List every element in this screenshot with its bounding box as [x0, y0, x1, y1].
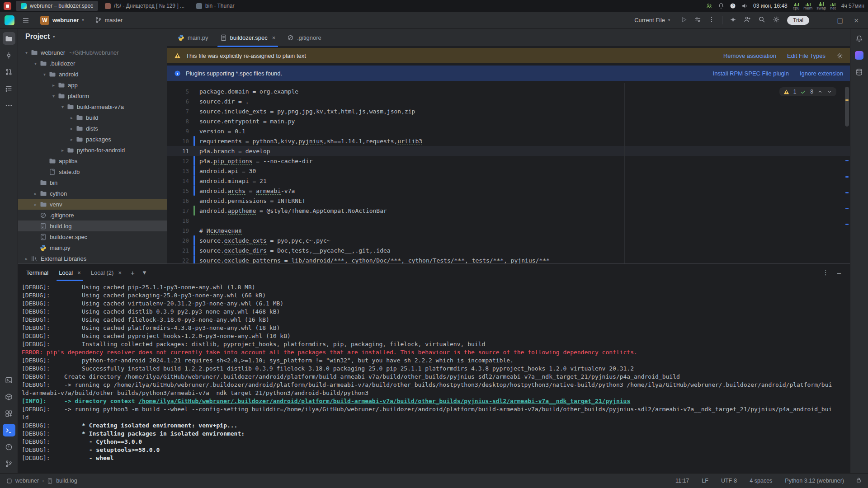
tree-item--gitignore[interactable]: .gitignore [18, 210, 167, 221]
main-menu-button[interactable] [19, 14, 33, 26]
banner-settings-icon[interactable] [836, 52, 843, 59]
tab-main-py[interactable]: main.py [172, 29, 214, 46]
editor-line[interactable]: 14android.minapi = 21 [167, 176, 850, 186]
status-item[interactable]: Python 3.12 (webruner) [785, 478, 844, 484]
tab-close-icon[interactable]: × [272, 34, 276, 41]
tree-chevron-icon[interactable]: ▸ [68, 126, 75, 131]
breadcrumb-file[interactable]: build.log [56, 478, 77, 484]
editor-line[interactable]: 22source.exclude_patterns = lib/android/… [167, 255, 850, 263]
code-with-me-icon[interactable] [744, 16, 751, 24]
tree-item-build-armeabi-v7a[interactable]: ▾build-armeabi-v7a [18, 101, 167, 112]
python-console-tool-icon[interactable] [3, 374, 15, 386]
tree-item-build[interactable]: ▸build [18, 112, 167, 123]
install-plugin-link[interactable]: Install RPM SPEC File plugin [713, 70, 789, 77]
editor-line[interactable]: 18 [167, 216, 850, 225]
tree-chevron-icon[interactable]: ▾ [59, 104, 66, 109]
terminal-tab-local-2[interactable]: Local (2) × [86, 264, 127, 281]
editor-line[interactable]: 10requirements = python3,kivy,pyjnius,sh… [167, 136, 850, 146]
editor-line[interactable]: 16android.permissions = INTERNET [167, 196, 850, 206]
tree-item-android[interactable]: ▾android [18, 69, 167, 80]
editor-line[interactable]: 17android.apptheme = @style/Theme.AppCom… [167, 206, 850, 216]
tree-item-packages[interactable]: ▸packages [18, 134, 167, 145]
ignore-extension-link[interactable]: Ignore extension [800, 70, 843, 77]
volume-icon[interactable] [741, 3, 748, 9]
status-item[interactable]: 11:17 [675, 478, 689, 484]
tree-item-state-db[interactable]: state.db [18, 166, 167, 177]
tree-item-buildozer-spec[interactable]: buildozer.spec [18, 231, 167, 242]
tree-item-platform[interactable]: ▾platform [18, 90, 167, 101]
tree-chevron-icon[interactable]: ▸ [32, 202, 39, 207]
tray-monitor-swap[interactable]: swap [816, 2, 826, 10]
ai-assistant-icon[interactable] [730, 16, 736, 24]
new-terminal-button[interactable]: + [127, 264, 139, 281]
minimize-button[interactable]: – [816, 14, 831, 27]
taskbar-window-browser[interactable]: /fs/ - Днищетред [ № 129 ] ... [100, 1, 189, 11]
editor-line[interactable]: 15android.archs = armeabi-v7a [167, 186, 850, 196]
python-packages-tool-icon[interactable] [3, 390, 15, 403]
taskbar-window-pycharm[interactable]: webruner – buildozer.spec [16, 1, 98, 11]
tray-monitor-cpu[interactable]: cpu [793, 2, 800, 10]
editor-scrollbar-thumb[interactable] [845, 87, 849, 127]
project-tool-icon[interactable] [3, 32, 15, 45]
tab-gitignore[interactable]: .gitignore [281, 29, 327, 46]
project-panel-header[interactable]: Project ▾ [18, 29, 167, 44]
structure-tool-icon[interactable] [3, 82, 15, 95]
tray-clock[interactable]: 03 июн, 16:48 [753, 3, 788, 9]
tray-monitor-net[interactable]: net [830, 2, 836, 10]
terminal-tab-local[interactable]: Local × [54, 264, 86, 281]
remove-association-link[interactable]: Remove association [723, 52, 776, 59]
run-widget-settings-icon[interactable] [694, 16, 701, 24]
readonly-lock-icon[interactable] [856, 477, 862, 484]
vcs-branch-widget[interactable]: master [92, 14, 126, 26]
project-widget[interactable]: W webruner ▾ [37, 14, 87, 27]
more-actions-icon[interactable] [708, 16, 715, 24]
tree-item-build-log[interactable]: build.log [18, 221, 167, 231]
status-item[interactable]: UTF-8 [721, 478, 737, 484]
tree-chevron-icon[interactable]: ▸ [68, 115, 75, 120]
error-stripe-mark[interactable] [845, 99, 849, 101]
terminal-path-link[interactable]: /home/ilya/GitHub/webruner/.buildozer/an… [138, 398, 630, 404]
ai-assistant-tool-icon[interactable] [853, 49, 866, 61]
tree-item-app[interactable]: ▸app [18, 80, 167, 90]
editor-line[interactable]: 5package.domain = org.example [167, 86, 850, 96]
trial-badge[interactable]: Trial [787, 16, 809, 25]
commit-tool-icon[interactable] [3, 49, 15, 61]
notifications-bell-icon[interactable] [718, 3, 724, 9]
editor-line[interactable]: 12p4a.pip_options = --no-cache-dir [167, 156, 850, 166]
settings-gear-icon[interactable] [773, 16, 780, 24]
editor-line[interactable]: 19# Исключения [167, 225, 850, 235]
chevron-down-icon[interactable]: ▾ [139, 264, 151, 281]
chevron-down-icon[interactable] [827, 89, 832, 94]
tree-chevron-icon[interactable]: ▸ [68, 137, 75, 142]
tree-item-dists[interactable]: ▸dists [18, 123, 167, 134]
error-stripe-mark[interactable] [845, 176, 849, 178]
status-item[interactable]: 4 spaces [750, 478, 772, 484]
network-users-icon[interactable] [706, 3, 712, 9]
editor-line[interactable]: 21source.exclude_dirs = Doc,tests,__pyca… [167, 245, 850, 255]
run-button[interactable] [680, 16, 687, 24]
notifications-tool-icon[interactable] [853, 32, 866, 45]
launcher-icon[interactable] [4, 2, 11, 10]
error-stripe-mark[interactable] [845, 224, 849, 225]
terminal-title[interactable]: Terminal [21, 264, 54, 281]
tray-monitor-mem[interactable]: mem [803, 2, 812, 10]
editor-line[interactable]: 20source.exclude_exts = pyo,pyc,c~,pyc~ [167, 235, 850, 245]
services-tool-icon[interactable] [3, 407, 15, 420]
code-editor[interactable]: 5package.domain = org.example6source.dir… [167, 83, 850, 263]
hide-terminal-icon[interactable]: – [837, 269, 841, 277]
tree-item--buildozer[interactable]: ▾.buildozer [18, 58, 167, 69]
error-stripe-mark[interactable] [845, 192, 849, 193]
status-item[interactable]: LF [702, 478, 708, 484]
inspections-widget[interactable]: 1 8 [779, 87, 836, 96]
editor-line[interactable]: 9version = 0.1 [167, 126, 850, 136]
taskbar-window-thunar[interactable]: bin - Thunar [191, 1, 239, 11]
tree-item-external-libraries[interactable]: ▸External Libraries [18, 253, 167, 263]
tree-chevron-icon[interactable]: ▸ [59, 148, 66, 153]
tab-close-icon[interactable]: × [77, 269, 81, 276]
breadcrumb-project[interactable]: webruner [15, 478, 39, 484]
tree-chevron-icon[interactable]: ▾ [41, 72, 48, 77]
tab-close-icon[interactable]: × [118, 269, 122, 276]
problems-tool-icon[interactable] [3, 441, 15, 453]
pull-requests-tool-icon[interactable] [3, 66, 15, 78]
tree-item-python-for-android[interactable]: ▸python-for-android [18, 145, 167, 155]
